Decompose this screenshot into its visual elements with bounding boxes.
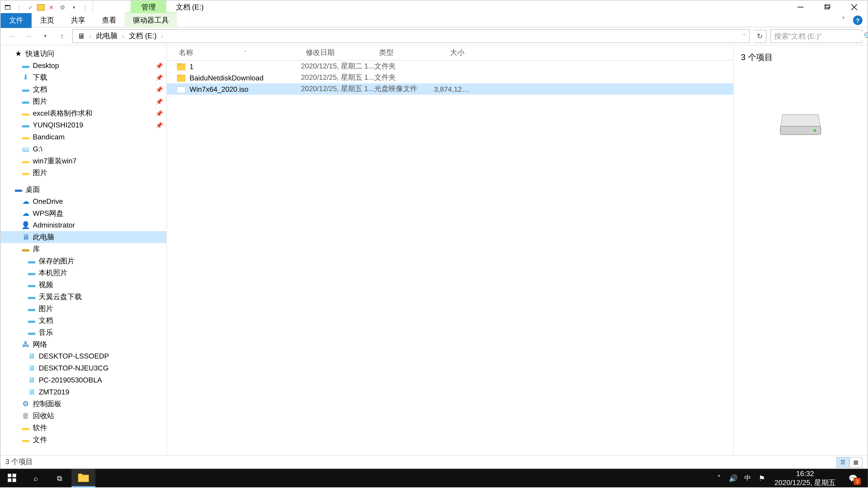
chevron-right-icon[interactable]: › (160, 33, 164, 39)
maximize-button[interactable] (814, 1, 841, 14)
tab-file[interactable]: 文件 (1, 13, 32, 28)
tree-admin[interactable]: 👤Administrator (1, 219, 166, 231)
search-icon: ⌕ (34, 474, 38, 482)
address-bar: ← → ▾ ↑ 🖥 › 此电脑 › 文档 (E:) › ˅ ↻ 🔍 (1, 27, 867, 45)
tree-net2[interactable]: 🖥DESKTOP-NJEU3CG (1, 362, 166, 374)
tree-software[interactable]: ▬软件 (1, 422, 166, 434)
tree-wps[interactable]: ☁WPS网盘 (1, 207, 166, 219)
qat-newfolder-icon[interactable] (37, 4, 44, 10)
tab-home[interactable]: 主页 (32, 13, 63, 28)
tree-library[interactable]: ▬库 (1, 243, 166, 255)
tree-saved-pics[interactable]: ▬保存的图片 (1, 255, 166, 267)
explorer-taskbar-button[interactable] (71, 469, 95, 487)
chevron-right-icon[interactable]: › (88, 33, 92, 39)
tray-overflow-icon[interactable]: ˄ (714, 473, 724, 483)
tree-desktop[interactable]: ▬Desktop📌 (1, 60, 166, 72)
nav-up-button[interactable]: ↑ (55, 30, 68, 43)
search-field[interactable] (774, 32, 864, 40)
security-icon[interactable]: ⚑ (756, 473, 767, 483)
file-row[interactable]: BaiduNetdiskDownload2020/12/25, 星期五 1...… (167, 72, 733, 84)
search-icon[interactable]: 🔍 (864, 32, 868, 40)
view-details-button[interactable]: ☰ (836, 457, 849, 467)
tree-net1[interactable]: 🖥DESKTOP-LSSOEDP (1, 350, 166, 362)
tree-onedrive[interactable]: ☁OneDrive (1, 195, 166, 207)
user-icon: 👤 (21, 221, 30, 230)
qat-delete-icon[interactable]: ✕ (46, 2, 56, 12)
ribbon-expand-icon[interactable]: ˅ (839, 15, 848, 25)
tree-files[interactable]: ▬文件 (1, 434, 166, 446)
tree-net3[interactable]: 🖥PC-20190530OBLA (1, 374, 166, 386)
thispc-icon: 🖥 (21, 232, 30, 242)
file-row[interactable]: 12020/12/15, 星期二 1...文件夹 (167, 61, 733, 72)
nav-history-dropdown[interactable]: ▾ (39, 30, 52, 43)
tree-recycle[interactable]: 🗑回收站 (1, 410, 166, 422)
file-row[interactable]: Win7x64_2020.iso2020/12/25, 星期五 1...光盘映像… (167, 84, 733, 95)
tree-quick-access[interactable]: ★快速访问 (1, 48, 166, 60)
volume-icon[interactable]: 🔊 (728, 473, 739, 483)
taskbar-clock[interactable]: 16:32 2020/12/25, 星期五 (771, 469, 839, 487)
tree-thispc[interactable]: 🖥此电脑 (1, 231, 166, 243)
column-type[interactable]: 类型 (374, 48, 434, 58)
breadcrumb-root-icon[interactable]: 🖥 (75, 32, 87, 40)
tree-music[interactable]: ▬音乐 (1, 326, 166, 338)
tree-pictures-lib[interactable]: ▬图片 (1, 303, 166, 315)
column-name[interactable]: 名称˄ (167, 48, 301, 58)
tree-gdrive[interactable]: 🖴G:\ (1, 143, 166, 155)
tree-bandicam[interactable]: ▬Bandicam (1, 131, 166, 143)
tab-drive-tools[interactable]: 驱动器工具 (125, 12, 177, 28)
chevron-right-icon[interactable]: › (121, 33, 125, 39)
nav-tree[interactable]: ★快速访问 ▬Desktop📌 ⬇下载📌 ▬文档📌 ▬图片📌 ▬excel表格制… (1, 45, 167, 455)
quick-access-toolbar: 🗔 | ✓ ✕ ⚙ ▾ | (1, 1, 93, 14)
tree-videos[interactable]: ▬视频 (1, 279, 166, 291)
tree-label: 下载 (33, 72, 47, 83)
tree-win7[interactable]: ▬win7重装win7 (1, 155, 166, 167)
column-size[interactable]: 大小 (434, 48, 470, 58)
breadcrumb-seg-thispc[interactable]: 此电脑 (94, 31, 120, 41)
tree-yunqishi[interactable]: ▬YUNQISHI2019📌 (1, 119, 166, 131)
refresh-button[interactable]: ↻ (753, 30, 767, 43)
tree-network[interactable]: 🖧网络 (1, 338, 166, 350)
tree-control-panel[interactable]: ⚙控制面板 (1, 398, 166, 410)
tree-pictures[interactable]: ▬图片📌 (1, 95, 166, 107)
tree-downloads[interactable]: ⬇下载📌 (1, 71, 166, 84)
tab-share[interactable]: 共享 (63, 13, 94, 28)
tree-tianyi[interactable]: ▬天翼云盘下载 (1, 291, 166, 303)
task-view-button[interactable]: ⧉ (48, 469, 71, 487)
column-date[interactable]: 修改日期 (301, 48, 374, 58)
qat-properties-icon[interactable]: ✓ (26, 2, 35, 12)
tree-label: 网络 (33, 339, 47, 350)
qat-gear-icon[interactable]: ⚙ (58, 2, 67, 12)
search-input[interactable]: 🔍 (770, 29, 863, 43)
clock-date: 2020/12/25, 星期五 (774, 478, 836, 487)
tree-local-photos[interactable]: ▬本机照片 (1, 267, 166, 279)
tree-documents[interactable]: ▬文档📌 (1, 84, 166, 95)
help-icon[interactable]: ? (853, 15, 863, 25)
tree-excel[interactable]: ▬excel表格制作求和📌 (1, 107, 166, 119)
nav-back-button[interactable]: ← (5, 30, 19, 43)
tree-net4[interactable]: 🖥ZMT2019 (1, 386, 166, 398)
qat-dropdown-icon[interactable]: ▾ (69, 2, 79, 12)
tree-label: PC-20190530OBLA (39, 376, 102, 384)
svg-rect-1 (824, 5, 829, 9)
close-button[interactable] (840, 1, 867, 14)
action-center-button[interactable]: 💬 3 (843, 469, 863, 487)
tree-documents-lib[interactable]: ▬文档 (1, 315, 166, 326)
tab-view[interactable]: 查看 (94, 13, 125, 28)
desktop-icon: ▬ (14, 185, 23, 194)
titlebar: 🗔 | ✓ ✕ ⚙ ▾ | 管理 文档 (E:) (1, 1, 867, 14)
search-button[interactable]: ⌕ (24, 469, 48, 487)
breadcrumb-seg-drive[interactable]: 文档 (E:) (126, 31, 159, 41)
tree-desktop-section[interactable]: ▬桌面 (1, 184, 166, 195)
pin-icon: 📌 (156, 122, 163, 128)
tree-label: 文档 (33, 84, 47, 94)
view-icons-button[interactable]: ▦ (849, 457, 863, 467)
breadcrumb[interactable]: 🖥 › 此电脑 › 文档 (E:) › ˅ (72, 29, 750, 43)
nav-forward-button[interactable]: → (22, 30, 35, 43)
tree-label: WPS网盘 (33, 208, 63, 219)
tree-pictures2[interactable]: ▬图片 (1, 167, 166, 179)
file-list[interactable]: 12020/12/15, 星期二 1...文件夹BaiduNetdiskDown… (167, 61, 733, 455)
ime-icon[interactable]: 中 (742, 473, 753, 483)
minimize-button[interactable] (787, 1, 814, 14)
chevron-down-icon[interactable]: ˅ (741, 33, 747, 39)
start-button[interactable] (0, 469, 24, 487)
